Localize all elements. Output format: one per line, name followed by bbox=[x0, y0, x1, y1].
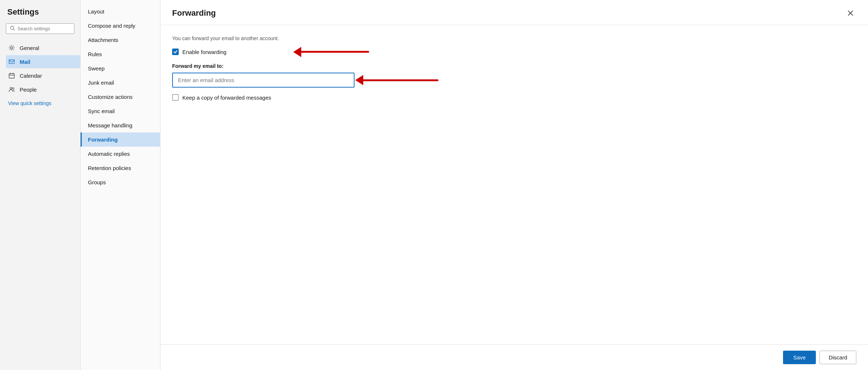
left-sidebar: Settings General Mail bbox=[0, 0, 80, 370]
description-text: You can forward your email to another ac… bbox=[172, 35, 856, 41]
quick-settings-link[interactable]: View quick settings bbox=[6, 98, 80, 108]
save-button[interactable]: Save bbox=[783, 351, 816, 364]
main-footer: Save Discard bbox=[160, 344, 868, 370]
middle-item-forwarding[interactable]: Forwarding bbox=[81, 132, 160, 147]
search-box[interactable] bbox=[6, 23, 74, 34]
sidebar-item-people[interactable]: People bbox=[6, 83, 80, 96]
middle-item-sweep[interactable]: Sweep bbox=[81, 61, 160, 76]
search-icon bbox=[10, 26, 15, 32]
mail-icon bbox=[8, 58, 15, 65]
gear-icon bbox=[8, 44, 15, 51]
middle-item-layout[interactable]: Layout bbox=[81, 4, 160, 19]
sidebar-label-general: General bbox=[20, 45, 39, 51]
sidebar-item-mail[interactable]: Mail bbox=[6, 55, 80, 68]
main-content: Forwarding You can forward your email to… bbox=[160, 0, 868, 370]
middle-item-groups[interactable]: Groups bbox=[81, 175, 160, 189]
app-title: Settings bbox=[6, 7, 80, 17]
email-address-input[interactable] bbox=[172, 73, 354, 88]
sidebar-label-mail: Mail bbox=[20, 59, 30, 65]
middle-item-automatic-replies[interactable]: Automatic replies bbox=[81, 147, 160, 161]
people-icon bbox=[8, 86, 15, 93]
enable-forwarding-row: Enable forwarding bbox=[172, 49, 226, 55]
middle-item-rules[interactable]: Rules bbox=[81, 47, 160, 61]
enable-forwarding-label: Enable forwarding bbox=[182, 49, 226, 55]
middle-item-compose[interactable]: Compose and reply bbox=[81, 19, 160, 33]
main-header: Forwarding bbox=[160, 0, 868, 25]
middle-column: Layout Compose and reply Attachments Rul… bbox=[80, 0, 160, 370]
middle-item-customize[interactable]: Customize actions bbox=[81, 90, 160, 104]
svg-line-1 bbox=[13, 29, 15, 31]
keep-copy-row: Keep a copy of forwarded messages bbox=[172, 94, 856, 101]
calendar-icon bbox=[8, 72, 15, 79]
svg-rect-4 bbox=[9, 74, 14, 78]
main-body: You can forward your email to another ac… bbox=[160, 25, 868, 344]
sidebar-label-people: People bbox=[20, 86, 37, 93]
keep-copy-checkbox[interactable] bbox=[172, 94, 179, 101]
sidebar-label-calendar: Calendar bbox=[20, 73, 42, 79]
enable-forwarding-checkbox[interactable] bbox=[172, 49, 179, 55]
middle-item-sync[interactable]: Sync email bbox=[81, 104, 160, 118]
svg-point-9 bbox=[12, 88, 14, 89]
svg-point-2 bbox=[11, 47, 12, 49]
forward-to-label: Forward my email to: bbox=[172, 63, 856, 69]
keep-copy-label: Keep a copy of forwarded messages bbox=[182, 95, 271, 101]
middle-item-junk[interactable]: Junk email bbox=[81, 76, 160, 90]
middle-item-attachments[interactable]: Attachments bbox=[81, 33, 160, 47]
svg-rect-3 bbox=[9, 60, 14, 64]
middle-item-message-handling[interactable]: Message handling bbox=[81, 118, 160, 132]
page-title: Forwarding bbox=[172, 8, 216, 18]
middle-item-retention[interactable]: Retention policies bbox=[81, 161, 160, 175]
svg-point-8 bbox=[10, 88, 12, 89]
sidebar-item-general[interactable]: General bbox=[6, 41, 80, 54]
search-input[interactable] bbox=[18, 26, 70, 31]
close-button[interactable] bbox=[845, 7, 856, 19]
sidebar-item-calendar[interactable]: Calendar bbox=[6, 69, 80, 82]
discard-button[interactable]: Discard bbox=[819, 351, 856, 364]
